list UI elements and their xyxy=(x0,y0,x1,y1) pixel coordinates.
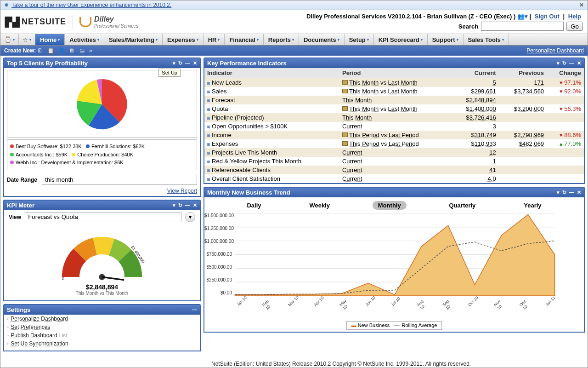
kpi-row: ◙ForecastThis Month$2,848,894 xyxy=(204,96,584,104)
new-doc-icon[interactable]: 🗎 xyxy=(69,47,75,54)
help-link[interactable]: Help xyxy=(568,13,581,20)
row-refresh-icon[interactable]: ◙ xyxy=(207,98,210,103)
dropdown-icon[interactable]: ▾ xyxy=(557,60,560,66)
view-label: View xyxy=(9,214,21,220)
portlet-settings: Settings — ◦Personalize Dashboard◦Set Pr… xyxy=(3,304,201,351)
dropdown-icon[interactable]: ▾ xyxy=(173,60,175,66)
trend-chart: $1,500,000.00$1,250,000.00$1,000,000.00$… xyxy=(204,213,584,319)
more-icon[interactable]: » xyxy=(89,47,92,54)
company-name: Dilley xyxy=(94,15,138,23)
new-task-icon[interactable]: 📋 xyxy=(47,47,54,54)
nav-expenses[interactable]: Expenses ▾ xyxy=(163,34,204,45)
row-refresh-icon[interactable]: ◙ xyxy=(207,80,210,86)
minimize-icon[interactable]: — xyxy=(569,60,574,66)
nav-kpi-scorecard[interactable]: KPI Scorecard ▾ xyxy=(374,34,428,45)
close-portlet-icon[interactable]: ✕ xyxy=(193,60,197,66)
trend-legend: ▬ New Business ┄┄ Rolling Average xyxy=(346,321,442,330)
date-range-label: Date Range xyxy=(7,177,37,183)
trend-tab-quarterly[interactable]: Quarterly xyxy=(444,201,481,210)
settings-item[interactable]: Set Up Synchronization xyxy=(11,340,68,347)
go-button[interactable]: Go xyxy=(566,22,583,31)
history-menu[interactable]: ⌚▾ xyxy=(0,34,19,45)
nav-support[interactable]: Support ▾ xyxy=(428,34,464,45)
dropdown-icon[interactable]: ▾ xyxy=(557,190,560,196)
refresh-icon[interactable]: ↻ xyxy=(178,60,182,66)
portlet-top5-clients: Top 5 Clients By Profitability ▾ ↻ — ✕ S… xyxy=(3,58,201,197)
kpi-row: ◙Overall Client SatisfactionCurrent4.0 xyxy=(204,174,584,183)
nav-setup[interactable]: Setup ▾ xyxy=(345,34,374,45)
row-refresh-icon[interactable]: ◙ xyxy=(207,89,210,94)
row-refresh-icon[interactable]: ◙ xyxy=(207,142,210,147)
portlet-title: KPI Meter xyxy=(7,202,34,209)
row-refresh-icon[interactable]: ◙ xyxy=(207,124,210,129)
date-range-input[interactable] xyxy=(42,175,197,185)
create-new-label: Create New: xyxy=(4,47,36,54)
view-input[interactable] xyxy=(25,212,181,222)
view-dropdown-button[interactable]: ▾ xyxy=(185,212,195,222)
personalize-dashboard-link[interactable]: Personalize Dashboard xyxy=(526,47,584,54)
gauge-min: 0 xyxy=(62,276,65,281)
new-contact-icon[interactable]: 👤 xyxy=(58,47,65,54)
trend-tab-weekly[interactable]: Weekly xyxy=(304,201,335,210)
minimize-icon[interactable]: — xyxy=(185,60,190,66)
kpi-row: ◙Projects Live This MonthCurrent12 xyxy=(204,148,584,157)
kpi-row: ◙Red & Yellow Projects This MonthCurrent… xyxy=(204,157,584,166)
nav-financial[interactable]: Financial ▾ xyxy=(225,34,263,45)
kpi-table: Indicator Period Current Previous Change… xyxy=(204,68,584,183)
search-input[interactable] xyxy=(481,22,564,31)
close-portlet-icon[interactable]: ✕ xyxy=(193,202,197,208)
settings-item[interactable]: Personalize Dashboard xyxy=(11,316,68,322)
row-refresh-icon[interactable]: ◙ xyxy=(207,107,210,112)
kpi-row: ◙Pipeline (Projected)This Month$3,726,41… xyxy=(204,113,584,122)
view-report-link[interactable]: View Report xyxy=(167,188,197,194)
spark-icon[interactable] xyxy=(342,141,348,146)
row-refresh-icon[interactable]: ◙ xyxy=(207,168,210,173)
role-switch-icon[interactable]: 👥▾ xyxy=(517,13,528,20)
nav-sales-marketing[interactable]: Sales/Marketing ▾ xyxy=(104,34,163,45)
settings-item[interactable]: Publish Dashboard xyxy=(11,332,57,339)
spark-icon[interactable] xyxy=(342,132,348,137)
nav-activities[interactable]: Activities ▾ xyxy=(65,34,104,45)
sign-out-link[interactable]: Sign Out xyxy=(535,13,560,20)
new-event-icon[interactable]: 🗓 xyxy=(37,47,43,54)
company-logo: Dilley Professional Services xyxy=(79,15,138,29)
trend-tab-yearly[interactable]: Yearly xyxy=(518,201,547,210)
kpi-row: ◙New LeadsThis Month vs Last Month5171▾ … xyxy=(204,78,584,87)
dashboard-content: Top 5 Clients By Profitability ▾ ↻ — ✕ S… xyxy=(0,56,588,353)
header-links: | Sign Out | Help xyxy=(530,13,583,20)
spark-icon[interactable] xyxy=(342,80,348,85)
close-icon[interactable]: ✕ xyxy=(579,2,584,8)
minimize-icon[interactable]: — xyxy=(192,307,197,312)
spark-icon[interactable] xyxy=(342,89,348,93)
tour-link[interactable]: Take a tour of the new User Experience e… xyxy=(11,2,171,8)
col-indicator: Indicator xyxy=(204,68,339,78)
col-period: Period xyxy=(339,68,451,78)
portlet-title: Monthly New Business Trend xyxy=(207,189,290,196)
row-refresh-icon[interactable]: ◙ xyxy=(207,150,210,155)
row-refresh-icon[interactable]: ◙ xyxy=(207,177,210,182)
nav-home[interactable]: Home ▾ xyxy=(35,34,65,45)
refresh-icon[interactable]: ↻ xyxy=(178,202,182,208)
kpi-row: ◙Open Opportunities > $100KCurrent3 xyxy=(204,122,584,131)
trend-tab-monthly[interactable]: Monthly xyxy=(373,201,407,210)
refresh-icon[interactable]: ↻ xyxy=(562,190,566,196)
minimize-icon[interactable]: — xyxy=(185,202,190,208)
spark-icon[interactable] xyxy=(342,106,348,111)
dropdown-icon[interactable]: ▾ xyxy=(173,202,175,208)
tour-bar: ✸ Take a tour of the new User Experience… xyxy=(0,0,588,10)
nav-hr[interactable]: HR ▾ xyxy=(204,34,225,45)
nav-documents[interactable]: Documents ▾ xyxy=(299,34,345,45)
row-refresh-icon[interactable]: ◙ xyxy=(207,159,210,164)
close-portlet-icon[interactable]: ✕ xyxy=(577,60,581,66)
trend-tab-daily[interactable]: Daily xyxy=(241,201,266,210)
settings-item[interactable]: Set Preferences xyxy=(11,324,50,330)
row-refresh-icon[interactable]: ◙ xyxy=(207,133,210,138)
row-refresh-icon[interactable]: ◙ xyxy=(207,115,210,121)
nav-reports[interactable]: Reports ▾ xyxy=(264,34,299,45)
new-other-icon[interactable]: 🗂 xyxy=(79,47,85,54)
minimize-icon[interactable]: — xyxy=(569,190,574,196)
favorites-menu[interactable]: ☆▾ xyxy=(19,34,35,45)
refresh-icon[interactable]: ↻ xyxy=(562,60,566,66)
close-portlet-icon[interactable]: ✕ xyxy=(577,190,581,196)
nav-sales-tools[interactable]: Sales Tools ▾ xyxy=(464,34,509,45)
